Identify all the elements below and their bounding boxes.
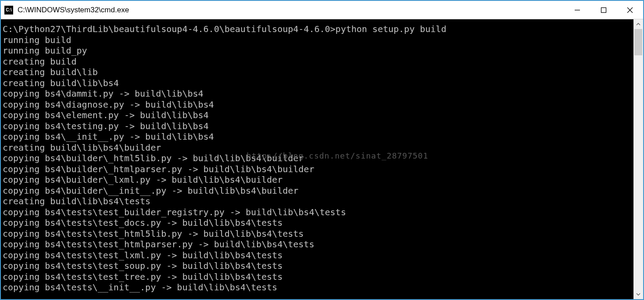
output-line: copying bs4\builder\_lxml.py -> build\li… — [3, 174, 633, 185]
vertical-scrollbar[interactable] — [633, 19, 643, 299]
scroll-down-arrow-icon[interactable] — [633, 289, 643, 299]
output-line: copying bs4\tests\test_htmlparser.py -> … — [3, 239, 633, 250]
prompt-line: C:\Python27\ThirdLib\beautifulsoup4-4.6.… — [3, 24, 633, 35]
output-line: copying bs4\tests\test_builder_registry.… — [3, 207, 633, 218]
terminal-area: C:\Python27\ThirdLib\beautifulsoup4-4.6.… — [1, 19, 643, 299]
output-line: creating build\lib\bs4 — [3, 78, 633, 89]
output-line: running build — [3, 35, 633, 46]
output-line: copying bs4\builder\_htmlparser.py -> bu… — [3, 164, 633, 175]
titlebar[interactable]: C:\ C:\WINDOWS\system32\cmd.exe — [1, 1, 643, 19]
window-controls — [564, 1, 643, 19]
output-line: copying bs4\__init__.py -> build\lib\bs4 — [3, 131, 633, 142]
output-line: creating build\lib — [3, 67, 633, 78]
output-line: copying bs4\builder\__init__.py -> build… — [3, 185, 633, 196]
output-line: creating build\lib\bs4\tests — [3, 196, 633, 207]
output-line: creating build\lib\bs4\builder — [3, 142, 633, 153]
window-title: C:\WINDOWS\system32\cmd.exe — [18, 6, 129, 14]
scroll-up-arrow-icon[interactable] — [633, 19, 643, 29]
scrollbar-thumb[interactable] — [634, 29, 642, 55]
output-line: copying bs4\dammit.py -> build\lib\bs4 — [3, 88, 633, 99]
output-line: copying bs4\tests\__init__.py -> build\l… — [3, 282, 633, 293]
output-line: copying bs4\tests\test_lxml.py -> build\… — [3, 250, 633, 261]
output-line: running build_py — [3, 45, 633, 56]
close-button[interactable] — [617, 1, 643, 19]
output-line: copying bs4\builder\_html5lib.py -> buil… — [3, 153, 633, 164]
maximize-button[interactable] — [590, 1, 617, 19]
output-line: copying bs4\tests\test_docs.py -> build\… — [3, 217, 633, 228]
output-line: copying bs4\tests\test_tree.py -> build\… — [3, 271, 633, 282]
cmd-icon: C:\ — [4, 6, 13, 14]
output-line: creating build — [3, 56, 633, 67]
output-line: copying bs4\tests\test_soup.py -> build\… — [3, 260, 633, 271]
cmd-window: C:\ C:\WINDOWS\system32\cmd.exe C:\Pytho… — [0, 0, 644, 300]
output-line: copying bs4\diagnose.py -> build\lib\bs4 — [3, 99, 633, 110]
output-line: copying bs4\element.py -> build\lib\bs4 — [3, 110, 633, 121]
svg-rect-1 — [601, 7, 606, 12]
output-line: copying bs4\testing.py -> build\lib\bs4 — [3, 121, 633, 132]
output-line: copying bs4\tests\test_html5lib.py -> bu… — [3, 228, 633, 239]
terminal-output[interactable]: C:\Python27\ThirdLib\beautifulsoup4-4.6.… — [1, 19, 633, 299]
minimize-button[interactable] — [564, 1, 590, 19]
